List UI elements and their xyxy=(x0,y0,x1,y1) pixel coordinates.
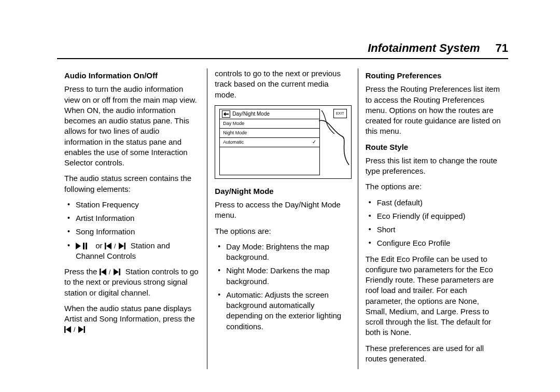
section-title: Infotainment System xyxy=(368,41,480,55)
bullet-list: Station Frequency Artist Information Son… xyxy=(64,200,200,261)
svg-rect-3 xyxy=(105,243,106,249)
para: Press to access the Day/Night Mode menu. xyxy=(215,200,350,221)
figure-row: Night Mode xyxy=(219,128,319,138)
list-item: Fast (default) xyxy=(366,198,501,208)
text: or xyxy=(93,241,105,250)
running-header: Infotainment System 71 xyxy=(57,41,508,59)
list-item: Eco Friendly (if equipped) xyxy=(366,211,501,221)
check-icon: ✓ xyxy=(312,138,316,146)
svg-marker-16 xyxy=(78,326,83,333)
para: Press the / Station controls to go to th… xyxy=(64,267,200,298)
play-pause-icon xyxy=(76,243,93,249)
figure-row: Automatic ✓ xyxy=(219,137,319,147)
para: Press this list item to change the route… xyxy=(366,156,501,177)
para: The options are: xyxy=(215,226,350,236)
bullet-list: Day Mode: Brightens the map background. … xyxy=(215,242,350,332)
para: The audio status screen contains the fol… xyxy=(64,173,200,194)
svg-text:/: / xyxy=(109,269,111,275)
heading-day-night: Day/Night Mode xyxy=(215,186,350,197)
svg-marker-6 xyxy=(119,243,124,249)
list-item: Artist Information xyxy=(64,213,200,223)
svg-marker-4 xyxy=(106,243,111,249)
para: The Edit Eco Profile can be used to conf… xyxy=(366,254,501,338)
para: When the audio status pane displays Arti… xyxy=(64,303,200,335)
prev-next-track-icon: / xyxy=(105,243,129,249)
column-1: Audio Information On/Off Press to turn t… xyxy=(57,68,207,369)
figure-day-night-screenshot: Day/Night Mode EXIT Day Mode Night Mode … xyxy=(215,105,351,179)
prev-next-track-icon: / xyxy=(64,326,88,333)
list-item: Automatic: Adjusts the screen background… xyxy=(215,290,350,332)
text: When the audio status pane displays Arti… xyxy=(64,304,195,323)
figure-title: Day/Night Mode xyxy=(232,110,270,118)
para: These preferences are used for all route… xyxy=(366,343,501,365)
figure-row-label: Day Mode xyxy=(223,120,244,127)
list-item: Day Mode: Brightens the map background. xyxy=(215,242,350,263)
svg-text:/: / xyxy=(74,326,76,333)
figure-row: Day Mode xyxy=(219,119,319,129)
figure-empty-area xyxy=(219,147,319,175)
map-lines-icon xyxy=(319,108,350,176)
list-item: Station Frequency xyxy=(64,200,200,210)
figure-row-label: Night Mode xyxy=(223,130,247,136)
list-item: or / Station and Channel Controls xyxy=(64,241,200,262)
heading-routing-prefs: Routing Preferences xyxy=(366,71,501,81)
bullet-list: Fast (default) Eco Friendly (if equipped… xyxy=(366,198,501,249)
svg-marker-0 xyxy=(76,243,81,249)
para-continuation: controls to go to the next or previous t… xyxy=(215,68,350,100)
heading-audio-info: Audio Information On/Off xyxy=(64,71,200,81)
three-column-layout: Audio Information On/Off Press to turn t… xyxy=(57,68,508,369)
para: Press to turn the audio information view… xyxy=(64,84,200,168)
figure-row-label: Automatic xyxy=(223,139,244,145)
column-2: controls to go to the next or previous t… xyxy=(207,68,357,369)
list-item: Short xyxy=(366,225,501,235)
para: Press the Routing Preferences list item … xyxy=(366,84,501,136)
back-arrow-icon xyxy=(222,110,230,118)
page-number: 71 xyxy=(496,41,508,55)
heading-route-style: Route Style xyxy=(366,142,501,152)
svg-rect-1 xyxy=(83,243,85,249)
figure-titlebar: Day/Night Mode xyxy=(219,109,319,119)
svg-rect-7 xyxy=(124,243,125,249)
svg-rect-2 xyxy=(86,243,87,249)
para: The options are: xyxy=(366,181,501,192)
svg-marker-14 xyxy=(66,326,71,333)
svg-rect-17 xyxy=(84,326,86,333)
list-item: Night Mode: Darkens the map background. xyxy=(215,265,350,287)
svg-marker-11 xyxy=(114,269,119,275)
svg-rect-12 xyxy=(119,269,120,275)
svg-rect-8 xyxy=(100,269,101,275)
svg-text:/: / xyxy=(114,243,116,249)
column-3: Routing Preferences Press the Routing Pr… xyxy=(358,68,508,369)
svg-marker-18 xyxy=(223,112,229,116)
svg-marker-9 xyxy=(101,269,106,275)
svg-rect-13 xyxy=(64,326,66,333)
text: Press the xyxy=(64,267,100,276)
list-item: Song Information xyxy=(64,227,200,237)
list-item: Configure Eco Profile xyxy=(366,238,501,248)
prev-next-track-icon: / xyxy=(100,269,123,275)
manual-page: Infotainment System 71 Audio Information… xyxy=(57,41,508,369)
